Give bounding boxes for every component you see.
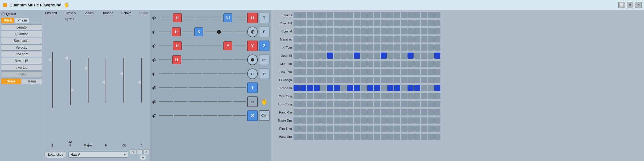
drum-pad-3-1[interactable] — [300, 36, 306, 42]
drum-pad-9-2[interactable] — [307, 85, 313, 91]
drum-pad-12-13[interactable] — [381, 109, 387, 115]
velocity-button[interactable]: Velocity — [1, 44, 42, 51]
drum-pad-8-5[interactable] — [327, 77, 333, 83]
drum-pad-0-11[interactable] — [367, 12, 373, 18]
drum-pad-3-6[interactable] — [334, 36, 340, 42]
drum-pad-3-9[interactable] — [354, 36, 360, 42]
drum-pad-9-6[interactable] — [334, 85, 340, 91]
drum-pad-3-18[interactable] — [414, 36, 420, 42]
drum-pad-15-2[interactable] — [307, 134, 313, 140]
drum-pad-9-15[interactable] — [394, 85, 400, 91]
q6-right-hand[interactable]: 🖐 — [259, 96, 269, 107]
drum-pad-14-1[interactable] — [300, 126, 306, 132]
drum-pad-5-7[interactable] — [340, 53, 347, 59]
drum-pad-4-16[interactable] — [401, 44, 407, 51]
drum-pad-4-5[interactable] — [327, 44, 333, 51]
legato-button[interactable]: Legato — [1, 24, 42, 30]
drum-pad-7-1[interactable] — [300, 69, 306, 75]
drum-pad-7-5[interactable] — [327, 69, 333, 75]
drum-pad-2-15[interactable] — [394, 28, 400, 34]
drum-pad-9-12[interactable] — [374, 85, 380, 91]
drum-pad-2-0[interactable] — [294, 28, 300, 34]
drum-pad-15-5[interactable] — [327, 134, 333, 140]
drum-pad-14-14[interactable] — [387, 126, 393, 132]
q2-gate-h[interactable]: H — [173, 41, 182, 50]
drum-pad-9-17[interactable] — [407, 85, 414, 91]
drum-pad-14-19[interactable] — [421, 126, 427, 132]
phs-shft-label[interactable]: Phs shft — [45, 11, 57, 15]
drum-pad-12-15[interactable] — [394, 109, 400, 115]
drum-pad-10-10[interactable] — [361, 93, 367, 99]
drum-pad-6-7[interactable] — [340, 61, 347, 67]
drum-pad-9-10[interactable] — [361, 85, 367, 91]
drum-pad-2-19[interactable] — [421, 28, 427, 34]
drum-pad-7-17[interactable] — [407, 69, 414, 75]
drum-pad-6-14[interactable] — [387, 61, 393, 67]
phs-slider[interactable] — [48, 17, 56, 143]
drum-pad-6-17[interactable] — [407, 61, 414, 67]
drum-pad-11-19[interactable] — [421, 101, 427, 107]
drum-pad-7-20[interactable] — [428, 69, 434, 75]
drum-pad-7-9[interactable] — [354, 69, 360, 75]
drum-pad-0-15[interactable] — [394, 12, 400, 18]
drum-pad-8-17[interactable] — [407, 77, 414, 83]
drum-pad-14-16[interactable] — [401, 126, 407, 132]
drum-pad-4-2[interactable] — [307, 44, 313, 51]
drum-pad-6-16[interactable] — [401, 61, 407, 67]
drum-pad-5-3[interactable] — [314, 53, 320, 59]
rest-p15-button[interactable]: Rest p15 — [1, 58, 42, 64]
drum-pad-2-2[interactable] — [307, 28, 313, 34]
drum-pad-1-21[interactable] — [434, 20, 440, 26]
drum-pad-7-15[interactable] — [394, 69, 400, 75]
drum-pad-8-3[interactable] — [314, 77, 320, 83]
drum-pad-0-14[interactable] — [387, 12, 393, 18]
drum-pad-6-4[interactable] — [320, 61, 326, 67]
drum-pad-6-11[interactable] — [367, 61, 373, 67]
drum-pad-14-17[interactable] — [407, 126, 414, 132]
drum-pad-9-19[interactable] — [421, 85, 427, 91]
drum-pad-10-5[interactable] — [327, 93, 333, 99]
drum-pad-3-12[interactable] — [374, 36, 380, 42]
drum-pad-1-16[interactable] — [401, 20, 407, 26]
drum-pad-15-0[interactable] — [294, 134, 300, 140]
drum-pad-1-8[interactable] — [347, 20, 353, 26]
drum-pad-12-21[interactable] — [434, 109, 440, 115]
drum-pad-14-9[interactable] — [354, 126, 360, 132]
drum-pad-11-15[interactable] — [394, 101, 400, 107]
drum-pad-11-11[interactable] — [367, 101, 373, 107]
drum-pad-1-5[interactable] — [327, 20, 333, 26]
octave-label[interactable]: Octave — [121, 11, 132, 15]
transpo-slider[interactable] — [102, 17, 110, 143]
drum-pad-1-13[interactable] — [381, 20, 387, 26]
drum-pad-4-13[interactable] — [381, 44, 387, 51]
nav-down-button[interactable]: v — [140, 155, 146, 160]
drum-pad-14-10[interactable] — [361, 126, 367, 132]
inverted-button[interactable]: Inverted — [1, 65, 42, 71]
drum-pad-3-7[interactable] — [340, 36, 347, 42]
drum-pad-10-2[interactable] — [307, 93, 313, 99]
nav-up-button[interactable]: ^ — [137, 149, 143, 154]
phs-handle[interactable] — [48, 58, 51, 62]
drum-pad-2-14[interactable] — [387, 28, 393, 34]
drum-pad-6-2[interactable] — [307, 61, 313, 67]
drum-pad-4-7[interactable] — [340, 44, 347, 51]
drum-pad-6-13[interactable] — [381, 61, 387, 67]
drum-pad-13-10[interactable] — [361, 117, 367, 124]
q1-right-s[interactable]: S — [259, 27, 269, 37]
drum-pad-12-16[interactable] — [401, 109, 407, 115]
drum-pad-14-21[interactable] — [434, 126, 440, 132]
drum-pad-10-15[interactable] — [394, 93, 400, 99]
drum-pad-5-20[interactable] — [428, 53, 434, 59]
drum-pad-13-2[interactable] — [307, 117, 313, 124]
drum-pad-13-0[interactable] — [294, 117, 300, 124]
drum-pad-13-21[interactable] — [434, 117, 440, 124]
drum-pad-3-11[interactable] — [367, 36, 373, 42]
drum-pad-5-10[interactable] — [361, 53, 367, 59]
drum-pad-2-21[interactable] — [434, 28, 440, 34]
scales-slider[interactable] — [84, 17, 92, 143]
drum-pad-9-14[interactable] — [387, 85, 393, 91]
octave-slider[interactable] — [137, 17, 146, 143]
drum-pad-9-16[interactable] — [401, 85, 407, 91]
drum-pad-3-21[interactable] — [434, 36, 440, 42]
drum-pad-7-19[interactable] — [421, 69, 427, 75]
